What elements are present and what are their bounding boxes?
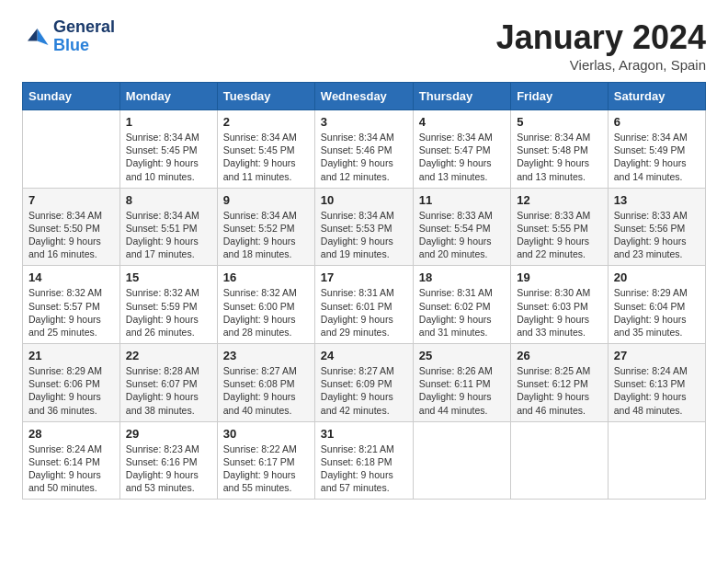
day-number: 1 [126, 115, 211, 129]
day-number: 6 [614, 115, 700, 129]
day-info: Sunrise: 8:34 AMSunset: 5:53 PMDaylight:… [321, 209, 407, 261]
day-info: Sunrise: 8:33 AMSunset: 5:55 PMDaylight:… [517, 209, 602, 261]
day-info: Sunrise: 8:34 AMSunset: 5:45 PMDaylight:… [223, 131, 309, 183]
day-info: Sunrise: 8:30 AMSunset: 6:03 PMDaylight:… [517, 286, 602, 339]
logo: General Blue [22, 18, 115, 55]
day-cell: 26Sunrise: 8:25 AMSunset: 6:12 PMDayligh… [511, 344, 609, 422]
day-cell: 31Sunrise: 8:21 AMSunset: 6:18 PMDayligh… [314, 421, 413, 500]
day-info: Sunrise: 8:27 AMSunset: 6:08 PMDaylight:… [223, 364, 309, 417]
day-info: Sunrise: 8:26 AMSunset: 6:11 PMDaylight:… [419, 364, 505, 417]
day-info: Sunrise: 8:28 AMSunset: 6:07 PMDaylight:… [126, 364, 211, 417]
day-info: Sunrise: 8:34 AMSunset: 5:48 PMDaylight:… [517, 131, 602, 183]
day-number: 14 [28, 270, 114, 284]
day-cell: 12Sunrise: 8:33 AMSunset: 5:55 PMDayligh… [511, 188, 609, 266]
day-header-wednesday: Wednesday [314, 83, 413, 110]
week-row-1: 1Sunrise: 8:34 AMSunset: 5:45 PMDaylight… [23, 110, 706, 189]
day-info: Sunrise: 8:34 AMSunset: 5:49 PMDaylight:… [614, 131, 700, 183]
day-cell: 20Sunrise: 8:29 AMSunset: 6:04 PMDayligh… [608, 266, 705, 344]
day-info: Sunrise: 8:25 AMSunset: 6:12 PMDaylight:… [517, 364, 602, 417]
day-number: 28 [28, 427, 114, 441]
day-number: 23 [223, 349, 309, 362]
day-number: 5 [517, 115, 602, 129]
week-row-2: 7Sunrise: 8:34 AMSunset: 5:50 PMDaylight… [23, 188, 706, 266]
day-number: 18 [419, 270, 505, 284]
day-header-saturday: Saturday [608, 83, 705, 110]
day-cell: 21Sunrise: 8:29 AMSunset: 6:06 PMDayligh… [23, 344, 120, 422]
day-number: 22 [126, 349, 211, 362]
day-info: Sunrise: 8:24 AMSunset: 6:14 PMDaylight:… [28, 442, 114, 495]
day-number: 8 [126, 193, 211, 207]
day-header-monday: Monday [119, 83, 217, 110]
day-info: Sunrise: 8:32 AMSunset: 5:59 PMDaylight:… [126, 286, 211, 339]
day-info: Sunrise: 8:23 AMSunset: 6:16 PMDaylight:… [126, 442, 211, 495]
day-cell: 2Sunrise: 8:34 AMSunset: 5:45 PMDaylight… [217, 110, 314, 189]
day-number: 17 [321, 270, 407, 284]
day-cell: 29Sunrise: 8:23 AMSunset: 6:16 PMDayligh… [119, 421, 217, 500]
day-info: Sunrise: 8:33 AMSunset: 5:54 PMDaylight:… [419, 209, 505, 261]
day-cell: 4Sunrise: 8:34 AMSunset: 5:47 PMDaylight… [413, 110, 510, 189]
day-number: 2 [223, 115, 309, 129]
day-cell: 11Sunrise: 8:33 AMSunset: 5:54 PMDayligh… [413, 188, 510, 266]
day-header-tuesday: Tuesday [217, 83, 314, 110]
day-cell: 9Sunrise: 8:34 AMSunset: 5:52 PMDaylight… [217, 188, 314, 266]
svg-marker-1 [28, 29, 38, 41]
day-number: 26 [517, 349, 602, 362]
day-cell: 15Sunrise: 8:32 AMSunset: 5:59 PMDayligh… [119, 266, 217, 344]
svg-marker-0 [38, 29, 49, 45]
day-cell: 8Sunrise: 8:34 AMSunset: 5:51 PMDaylight… [119, 188, 217, 266]
day-cell: 5Sunrise: 8:34 AMSunset: 5:48 PMDaylight… [511, 110, 609, 189]
day-cell: 13Sunrise: 8:33 AMSunset: 5:56 PMDayligh… [608, 188, 705, 266]
day-number: 21 [28, 349, 114, 362]
day-number: 10 [321, 193, 407, 207]
day-info: Sunrise: 8:34 AMSunset: 5:52 PMDaylight:… [223, 209, 309, 261]
day-number: 16 [223, 270, 309, 284]
day-info: Sunrise: 8:27 AMSunset: 6:09 PMDaylight:… [321, 364, 407, 417]
day-cell: 10Sunrise: 8:34 AMSunset: 5:53 PMDayligh… [314, 188, 413, 266]
day-cell: 27Sunrise: 8:24 AMSunset: 6:13 PMDayligh… [608, 344, 705, 422]
day-cell [413, 421, 510, 500]
day-number: 15 [126, 270, 211, 284]
day-info: Sunrise: 8:24 AMSunset: 6:13 PMDaylight:… [614, 364, 700, 417]
day-cell: 25Sunrise: 8:26 AMSunset: 6:11 PMDayligh… [413, 344, 510, 422]
location-subtitle: Vierlas, Aragon, Spain [496, 57, 706, 73]
day-number: 12 [517, 193, 602, 207]
logo-text: General Blue [53, 18, 115, 55]
day-cell [511, 421, 609, 500]
day-cell: 14Sunrise: 8:32 AMSunset: 5:57 PMDayligh… [23, 266, 120, 344]
day-cell [608, 421, 705, 500]
month-title: January 2024 [496, 18, 706, 57]
day-cell: 3Sunrise: 8:34 AMSunset: 5:46 PMDaylight… [314, 110, 413, 189]
day-info: Sunrise: 8:34 AMSunset: 5:45 PMDaylight:… [126, 131, 211, 183]
title-section: January 2024 Vierlas, Aragon, Spain [496, 18, 706, 73]
day-number: 30 [223, 427, 309, 441]
day-info: Sunrise: 8:31 AMSunset: 6:01 PMDaylight:… [321, 286, 407, 339]
day-info: Sunrise: 8:31 AMSunset: 6:02 PMDaylight:… [419, 286, 505, 339]
day-number: 13 [614, 193, 700, 207]
day-info: Sunrise: 8:34 AMSunset: 5:50 PMDaylight:… [28, 209, 114, 261]
day-number: 4 [419, 115, 505, 129]
day-cell: 28Sunrise: 8:24 AMSunset: 6:14 PMDayligh… [23, 421, 120, 500]
logo-general-text: General [53, 18, 115, 37]
day-number: 29 [126, 427, 211, 441]
day-number: 9 [223, 193, 309, 207]
logo-icon [22, 23, 50, 51]
day-number: 25 [419, 349, 505, 362]
day-cell [23, 110, 120, 189]
day-cell: 23Sunrise: 8:27 AMSunset: 6:08 PMDayligh… [217, 344, 314, 422]
day-info: Sunrise: 8:22 AMSunset: 6:17 PMDaylight:… [223, 442, 309, 495]
day-info: Sunrise: 8:32 AMSunset: 6:00 PMDaylight:… [223, 286, 309, 339]
day-cell: 17Sunrise: 8:31 AMSunset: 6:01 PMDayligh… [314, 266, 413, 344]
day-number: 19 [517, 270, 602, 284]
day-number: 3 [321, 115, 407, 129]
week-row-5: 28Sunrise: 8:24 AMSunset: 6:14 PMDayligh… [23, 421, 706, 500]
day-info: Sunrise: 8:32 AMSunset: 5:57 PMDaylight:… [28, 286, 114, 339]
day-info: Sunrise: 8:34 AMSunset: 5:51 PMDaylight:… [126, 209, 211, 261]
day-number: 24 [321, 349, 407, 362]
day-info: Sunrise: 8:33 AMSunset: 5:56 PMDaylight:… [614, 209, 700, 261]
day-cell: 16Sunrise: 8:32 AMSunset: 6:00 PMDayligh… [217, 266, 314, 344]
day-number: 20 [614, 270, 700, 284]
day-number: 31 [321, 427, 407, 441]
day-header-sunday: Sunday [23, 83, 120, 110]
week-row-4: 21Sunrise: 8:29 AMSunset: 6:06 PMDayligh… [23, 344, 706, 422]
week-row-3: 14Sunrise: 8:32 AMSunset: 5:57 PMDayligh… [23, 266, 706, 344]
